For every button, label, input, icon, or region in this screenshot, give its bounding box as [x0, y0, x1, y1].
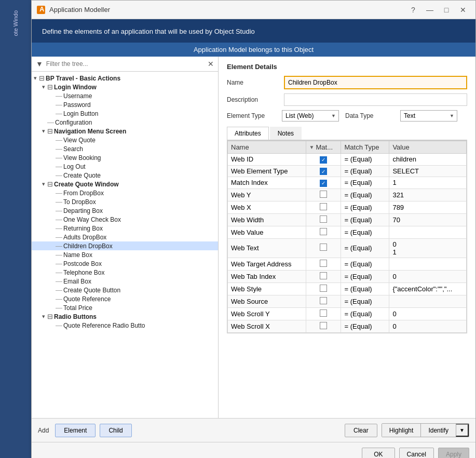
filter-clear-icon[interactable]: ✕: [208, 60, 214, 68]
cell-matchtype-4: = (Equal): [341, 201, 389, 213]
tree-item-login-window[interactable]: ▾⊟Login Window: [32, 83, 218, 91]
tree-label-children-dropbox: Children DropBox: [63, 243, 113, 250]
tree-item-quote-reference[interactable]: —Quote Reference: [32, 294, 218, 303]
tree-item-returning-box[interactable]: —Returning Box: [32, 224, 218, 233]
tree-expander-bp-travel[interactable]: ▾: [32, 75, 39, 82]
tree-expander-create-quote-window[interactable]: ▾: [40, 181, 47, 187]
data-type-select-wrap: Text Number Date Boolean: [400, 110, 457, 122]
main-window: A Application Modeller ? — □ ✕ Define th…: [31, 0, 476, 458]
tree-item-children-dropbox[interactable]: —Children DropBox: [32, 241, 218, 250]
tree-item-username[interactable]: —Username: [32, 91, 218, 100]
ok-button[interactable]: OK: [362, 448, 395, 459]
highlight-button[interactable]: Highlight: [382, 424, 421, 437]
tree-expander-radio-buttons[interactable]: ▾: [40, 313, 47, 320]
tree-item-log-out[interactable]: —Log Out: [32, 162, 218, 171]
cell-name-10: Web Style: [228, 282, 306, 295]
tree-item-name-box[interactable]: —Name Box: [32, 250, 218, 259]
table-row: Web Source = (Equal): [228, 295, 467, 307]
cell-value-13: 0: [389, 320, 467, 332]
element-type-group: Element Type List (Web) Text Field Butto…: [227, 110, 339, 122]
tree-label-password: Password: [63, 101, 91, 109]
row-checkbox-2[interactable]: ✓: [320, 180, 327, 187]
tree-item-password[interactable]: —Password: [32, 100, 218, 109]
apply-button[interactable]: Apply: [438, 448, 469, 459]
tree-item-telephone-box[interactable]: —Telephone Box: [32, 268, 218, 277]
tree-item-view-quote[interactable]: —View Quote: [32, 136, 218, 144]
row-checkbox-7[interactable]: [320, 244, 327, 251]
tree-expander-nav-menu[interactable]: ▾: [40, 128, 47, 134]
tree-label-view-booking: View Booking: [63, 154, 101, 161]
row-checkbox-11[interactable]: [320, 297, 327, 304]
maximize-button[interactable]: □: [439, 4, 454, 16]
window-title: Application Modeller: [49, 6, 110, 14]
tree-item-create-quote-button[interactable]: —Create Quote Button: [32, 286, 218, 294]
cancel-button[interactable]: Cancel: [399, 448, 434, 459]
row-checkbox-5[interactable]: [320, 215, 327, 223]
tree-item-bp-travel[interactable]: ▾⊟BP Travel - Basic Actions: [32, 74, 218, 83]
tree-item-radio-buttons[interactable]: ▾⊟Radio Buttons: [32, 312, 218, 321]
cell-check-2: ✓: [306, 177, 341, 189]
row-checkbox-12[interactable]: [320, 309, 327, 317]
cell-matchtype-11: = (Equal): [341, 295, 389, 307]
tab-notes[interactable]: Notes: [270, 127, 302, 140]
tree-expander-login-window[interactable]: ▾: [40, 84, 47, 90]
cell-name-1: Web Element Type: [228, 165, 306, 177]
cell-name-13: Web Scroll X: [228, 320, 306, 332]
tree-label-from-dropbox: From DropBox: [63, 190, 104, 197]
type-row: Element Type List (Web) Text Field Butto…: [227, 110, 467, 122]
tree-item-one-way-check-box[interactable]: —One Way Check Box: [32, 215, 218, 224]
data-type-select[interactable]: Text Number Date Boolean: [400, 110, 457, 122]
row-checkbox-9[interactable]: [320, 272, 327, 279]
cell-matchtype-5: = (Equal): [341, 213, 389, 226]
tree-item-quote-reference-radio[interactable]: —Quote Reference Radio Butto: [32, 321, 218, 330]
close-button[interactable]: ✕: [456, 4, 470, 16]
tree-item-total-price[interactable]: —Total Price: [32, 303, 218, 312]
tree-item-email-box[interactable]: —Email Box: [32, 277, 218, 286]
tree-item-create-quote-window[interactable]: ▾⊟Create Quote Window: [32, 180, 218, 188]
element-type-select[interactable]: List (Web) Text Field Button Checkbox: [282, 110, 339, 122]
row-checkbox-8[interactable]: [320, 260, 327, 267]
filter-input[interactable]: [46, 60, 205, 68]
tree-item-adults-dropbox[interactable]: —Adults DropBox: [32, 233, 218, 241]
identify-button[interactable]: Identify: [421, 424, 456, 437]
strip-tab[interactable]: ote Windo: [10, 5, 21, 42]
cell-matchtype-0: = (Equal): [341, 154, 389, 166]
tree-label-telephone-box: Telephone Box: [63, 269, 104, 276]
name-input[interactable]: [284, 76, 467, 89]
identify-dropdown-arrow[interactable]: ▼: [456, 424, 469, 437]
cell-value-2: 1: [389, 177, 467, 189]
tree-item-login-button[interactable]: —Login Button: [32, 109, 218, 118]
title-bar-left: A Application Modeller: [37, 6, 110, 14]
cell-value-12: 0: [389, 307, 467, 320]
filter-icon: ▼: [36, 60, 43, 68]
tree-item-configuration[interactable]: —Configuration: [32, 118, 218, 127]
minimize-button[interactable]: —: [423, 4, 437, 16]
description-input[interactable]: [284, 93, 467, 106]
tree-label-departing-box: Departing Box: [63, 207, 103, 214]
tree-item-departing-box[interactable]: —Departing Box: [32, 206, 218, 215]
object-bar-text: Application Model belongs to this Object: [194, 46, 314, 53]
row-checkbox-6[interactable]: [320, 228, 327, 235]
row-checkbox-3[interactable]: [320, 191, 327, 198]
row-checkbox-1[interactable]: ✓: [320, 168, 327, 175]
row-checkbox-0[interactable]: ✓: [320, 156, 327, 164]
tree-item-view-booking[interactable]: —View Booking: [32, 153, 218, 162]
tree-label-configuration: Configuration: [55, 119, 92, 126]
row-checkbox-4[interactable]: [320, 203, 327, 210]
tree-item-create-quote[interactable]: —Create Quote: [32, 171, 218, 180]
tree-item-nav-menu[interactable]: ▾⊟Navigation Menu Screen: [32, 127, 218, 136]
tree-item-from-dropbox[interactable]: —From DropBox: [32, 188, 218, 197]
tree-item-to-dropbox[interactable]: —To DropBox: [32, 197, 218, 206]
element-button[interactable]: Element: [55, 424, 96, 437]
clear-button[interactable]: Clear: [345, 424, 377, 437]
add-label: Add: [38, 427, 49, 434]
row-checkbox-10[interactable]: [320, 285, 327, 292]
help-button[interactable]: ?: [406, 4, 420, 16]
tree-item-search[interactable]: —Search: [32, 144, 218, 153]
cell-check-1: ✓: [306, 165, 341, 177]
row-checkbox-13[interactable]: [320, 322, 327, 329]
tree-item-postcode-box[interactable]: —Postcode Box: [32, 259, 218, 268]
cell-value-5: 70: [389, 213, 467, 226]
child-button[interactable]: Child: [100, 424, 131, 437]
tab-attributes[interactable]: Attributes: [227, 127, 269, 140]
